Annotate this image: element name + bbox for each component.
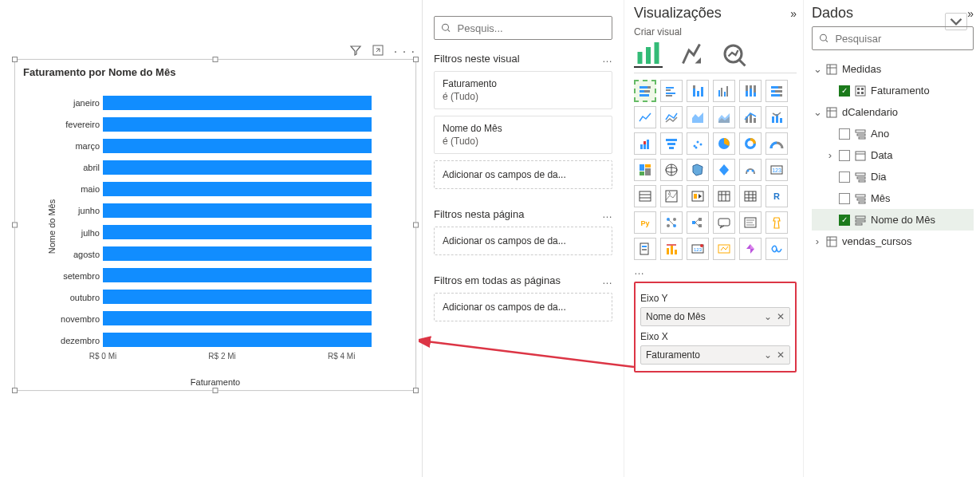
viz-type-icon[interactable] (713, 185, 735, 207)
field-node[interactable]: Dia (812, 166, 974, 187)
field-node[interactable]: ›Data (812, 144, 974, 166)
bar-rect[interactable] (103, 311, 372, 325)
viz-type-icon[interactable] (739, 211, 762, 234)
bar-rect[interactable] (103, 139, 372, 153)
more-icon[interactable]: … (602, 53, 612, 65)
viz-type-icon[interactable]: R (766, 185, 788, 207)
viz-type-icon[interactable] (739, 185, 762, 207)
bar-rect[interactable] (103, 203, 372, 218)
viz-type-icon[interactable] (634, 238, 656, 260)
field-checkbox[interactable]: ✓ (839, 215, 850, 226)
well-y-slot[interactable]: Nome do Mês ⌄✕ (640, 307, 790, 326)
viz-type-icon[interactable] (739, 80, 762, 102)
viz-type-icon[interactable] (766, 211, 788, 234)
remove-icon[interactable]: ✕ (777, 349, 785, 361)
more-icon[interactable]: … (602, 208, 612, 220)
field-checkbox[interactable]: ✓ (839, 85, 850, 97)
table-node[interactable]: ⌄Medidas (812, 58, 974, 80)
viz-type-icon[interactable] (766, 80, 788, 102)
field-checkbox[interactable] (839, 128, 850, 140)
filter-icon[interactable] (349, 44, 362, 59)
bar-rect[interactable] (103, 182, 372, 196)
viz-type-icon[interactable] (634, 106, 656, 128)
viz-type-icon[interactable] (660, 132, 683, 155)
viz-type-icon[interactable] (687, 80, 709, 102)
format-visual-tab[interactable] (677, 42, 706, 68)
data-search-input[interactable] (835, 33, 966, 45)
resize-handle[interactable] (12, 223, 18, 228)
resize-handle[interactable] (213, 388, 218, 393)
table-node[interactable]: ⌄dCalendario (812, 101, 974, 123)
build-visual-tab[interactable] (634, 42, 663, 68)
focus-mode-icon[interactable] (372, 44, 384, 59)
resize-handle[interactable] (12, 388, 18, 393)
resize-handle[interactable] (12, 57, 18, 62)
viz-type-icon[interactable] (660, 80, 683, 102)
filters-search-input[interactable] (458, 22, 605, 34)
viz-type-icon[interactable] (660, 159, 683, 181)
viz-type-icon[interactable] (687, 185, 709, 207)
resize-handle[interactable] (213, 57, 218, 62)
bar-rect[interactable] (103, 225, 372, 239)
bar-rect[interactable] (103, 246, 372, 261)
viz-type-icon[interactable]: 123 (687, 238, 709, 260)
more-icon[interactable]: … (602, 274, 612, 286)
viz-type-icon[interactable] (713, 211, 735, 234)
remove-icon[interactable]: ✕ (777, 311, 785, 322)
viz-type-icon[interactable] (634, 132, 656, 155)
bar-rect[interactable] (103, 290, 372, 304)
filter-card-nome-mes[interactable]: Nome do Mês é (Tudo) (434, 116, 612, 154)
bar-rect[interactable] (103, 333, 372, 347)
add-page-filter[interactable]: Adicionar os campos de da... (434, 227, 612, 255)
viz-type-icon[interactable] (660, 238, 683, 260)
chevron-down-icon[interactable]: ⌄ (764, 311, 772, 322)
viz-type-icon[interactable]: Δ (660, 185, 683, 207)
field-node[interactable]: ✓Nome do Mês (812, 209, 974, 231)
resize-handle[interactable] (413, 57, 419, 62)
bar-rect[interactable] (103, 268, 372, 282)
field-checkbox[interactable] (839, 193, 850, 204)
resize-handle[interactable] (413, 388, 419, 393)
viz-type-icon[interactable] (713, 106, 735, 128)
field-node[interactable]: Ano (812, 123, 974, 144)
table-node[interactable]: ›vendas_cursos (812, 231, 974, 252)
viz-type-icon[interactable] (660, 106, 683, 128)
viz-type-icon[interactable] (739, 159, 762, 181)
viz-type-icon[interactable] (713, 132, 735, 155)
viz-type-icon[interactable] (766, 238, 788, 260)
viz-type-icon[interactable] (739, 106, 762, 128)
viz-type-icon[interactable] (687, 132, 709, 155)
collapse-pane-icon[interactable]: » (790, 7, 797, 20)
add-visual-filter[interactable]: Adicionar os campos de da... (434, 160, 612, 189)
viz-type-icon[interactable] (713, 159, 735, 181)
viz-gallery-more[interactable]: … (634, 265, 797, 277)
viz-type-icon[interactable] (739, 238, 762, 260)
viz-type-icon[interactable] (766, 132, 788, 155)
viz-type-icon[interactable] (713, 238, 735, 260)
bar-rect[interactable] (103, 96, 372, 110)
collapse-pane-icon[interactable]: » (967, 7, 974, 20)
chevron-down-icon[interactable]: ⌄ (764, 349, 772, 361)
viz-type-icon[interactable] (634, 185, 656, 207)
viz-type-icon[interactable] (687, 106, 709, 128)
field-node[interactable]: Mês (812, 187, 974, 209)
well-x-slot[interactable]: Faturamento ⌄✕ (640, 345, 790, 365)
viz-type-icon[interactable] (713, 80, 735, 102)
data-search[interactable] (812, 26, 974, 50)
field-node[interactable]: ✓Faturamento (812, 80, 974, 101)
viz-type-icon[interactable] (634, 80, 656, 102)
field-checkbox[interactable] (839, 150, 850, 161)
add-all-filter[interactable]: Adicionar os campos de da... (434, 293, 612, 321)
viz-type-icon[interactable] (634, 159, 656, 181)
viz-type-icon[interactable] (766, 106, 788, 128)
bar-rect[interactable] (103, 117, 372, 132)
bar-chart-visual[interactable]: Faturamento por Nome do Mês Nome do Mês … (14, 59, 416, 391)
bar-rect[interactable] (103, 160, 372, 175)
viz-type-icon[interactable]: Py (634, 211, 656, 234)
viz-type-icon[interactable] (687, 211, 709, 234)
resize-handle[interactable] (413, 223, 419, 228)
viz-type-icon[interactable] (660, 211, 683, 234)
viz-type-icon[interactable]: 123 (766, 159, 788, 181)
field-checkbox[interactable] (839, 171, 850, 183)
filter-card-faturamento[interactable]: Faturamento é (Tudo) (434, 71, 612, 109)
